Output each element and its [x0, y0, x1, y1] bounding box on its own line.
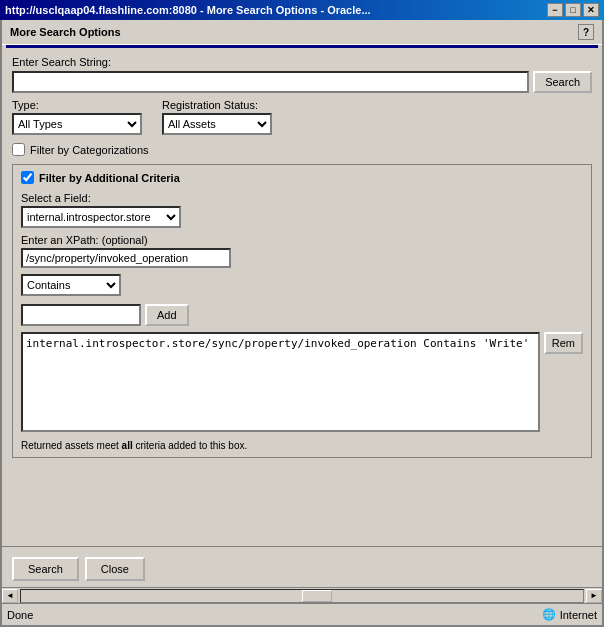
filter-additional-label: Filter by Additional Criteria	[39, 172, 180, 184]
search-string-row: Search	[12, 71, 592, 93]
type-dropdown[interactable]: All Types Service Component Schema	[12, 113, 142, 135]
info-text-before: Returned assets meet	[21, 440, 122, 451]
search-bottom-button[interactable]: Search	[12, 557, 79, 581]
xpath-label: Enter an XPath: (optional)	[21, 234, 148, 246]
xpath-section: Enter an XPath: (optional)	[21, 234, 583, 268]
contains-row: Contains Equals Starts With	[21, 274, 583, 296]
close-button-footer[interactable]: Close	[85, 557, 145, 581]
type-label: Type:	[12, 99, 142, 111]
add-button[interactable]: Add	[145, 304, 189, 326]
help-button[interactable]: ?	[578, 24, 594, 40]
additional-criteria-panel: Filter by Additional Criteria Select a F…	[12, 164, 592, 458]
filter-categorizations-row: Filter by Categorizations	[12, 141, 592, 158]
scrollbar-thumb[interactable]	[302, 590, 332, 602]
field-dropdown[interactable]: internal.introspector.store field2 field…	[21, 206, 181, 228]
maximize-button[interactable]: □	[565, 3, 581, 17]
info-text: Returned assets meet all criteria added …	[21, 440, 583, 451]
scrollbar-track	[20, 589, 584, 603]
window-title: More Search Options	[10, 26, 121, 38]
scroll-right-arrow[interactable]: ►	[586, 589, 602, 603]
contains-dropdown[interactable]: Contains Equals Starts With	[21, 274, 121, 296]
scroll-left-arrow[interactable]: ◄	[2, 589, 18, 603]
reg-label: Registration Status:	[162, 99, 272, 111]
status-left-text: Done	[7, 609, 33, 621]
window-title-bar: More Search Options ?	[2, 20, 602, 45]
remove-button[interactable]: Rem	[544, 332, 583, 354]
close-button[interactable]: ✕	[583, 3, 599, 17]
title-bar-text: http://usclqaap04.flashline.com:8080 - M…	[5, 4, 371, 16]
info-text-after: criteria added to this box.	[133, 440, 248, 451]
search-string-input[interactable]	[12, 71, 529, 93]
search-string-section: Enter Search String: Search	[12, 56, 592, 93]
reg-dropdown[interactable]: All Assets Registered Unregistered	[162, 113, 272, 135]
minimize-button[interactable]: −	[547, 3, 563, 17]
info-text-bold: all	[122, 440, 133, 451]
content-area: Enter Search String: Search Type: All Ty…	[2, 48, 602, 542]
footer: Search Close	[2, 551, 602, 587]
scrollbar-area: ◄ ►	[2, 587, 602, 603]
title-bar: http://usclqaap04.flashline.com:8080 - M…	[0, 0, 604, 20]
filter-additional-checkbox[interactable]	[21, 171, 34, 184]
status-bar: Done 🌐 Internet	[2, 603, 602, 625]
type-section: Type: All Types Service Component Schema	[12, 99, 142, 135]
bottom-separator	[2, 546, 602, 547]
value-input[interactable]	[21, 304, 141, 326]
reg-section: Registration Status: All Assets Register…	[162, 99, 272, 135]
filter-categorizations-label: Filter by Categorizations	[30, 144, 149, 156]
status-right-text: Internet	[560, 609, 597, 621]
select-field-section: Select a Field: internal.introspector.st…	[21, 192, 583, 228]
main-window: More Search Options ? Enter Search Strin…	[0, 20, 604, 627]
select-field-label: Select a Field:	[21, 192, 91, 204]
criteria-textarea[interactable]: internal.introspector.store/sync/propert…	[21, 332, 540, 432]
criteria-area-container: internal.introspector.store/sync/propert…	[21, 332, 583, 432]
globe-icon: 🌐	[542, 608, 556, 621]
filter-categorizations-checkbox[interactable]	[12, 143, 25, 156]
search-top-button[interactable]: Search	[533, 71, 592, 93]
panel-title-row: Filter by Additional Criteria	[21, 171, 583, 184]
xpath-input[interactable]	[21, 248, 231, 268]
type-reg-row: Type: All Types Service Component Schema…	[12, 99, 592, 135]
search-string-label: Enter Search String:	[12, 56, 592, 68]
